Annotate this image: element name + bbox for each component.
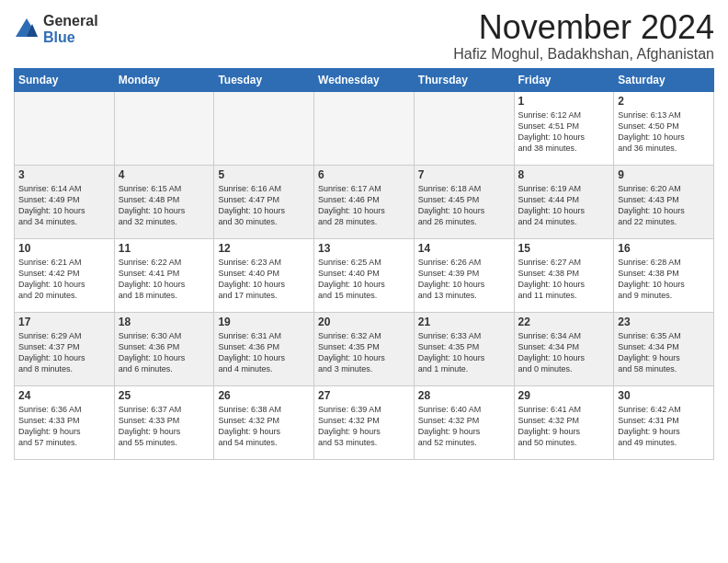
day-number: 28 bbox=[418, 389, 510, 402]
calendar-row-0: 1Sunrise: 6:12 AM Sunset: 4:51 PM Daylig… bbox=[15, 91, 714, 165]
calendar-table: Sunday Monday Tuesday Wednesday Thursday… bbox=[14, 68, 714, 460]
calendar-cell: 26Sunrise: 6:38 AM Sunset: 4:32 PM Dayli… bbox=[214, 385, 314, 459]
calendar-cell: 18Sunrise: 6:30 AM Sunset: 4:36 PM Dayli… bbox=[114, 312, 214, 385]
page: General Blue November 2024 Hafiz Moghul,… bbox=[0, 0, 728, 563]
day-info: Sunrise: 6:23 AM Sunset: 4:40 PM Dayligh… bbox=[218, 257, 310, 302]
day-number: 24 bbox=[18, 389, 110, 402]
day-info: Sunrise: 6:21 AM Sunset: 4:42 PM Dayligh… bbox=[18, 257, 110, 302]
day-number: 10 bbox=[18, 242, 110, 255]
day-info: Sunrise: 6:39 AM Sunset: 4:32 PM Dayligh… bbox=[318, 404, 410, 449]
day-info: Sunrise: 6:33 AM Sunset: 4:35 PM Dayligh… bbox=[418, 330, 510, 375]
calendar-cell: 11Sunrise: 6:22 AM Sunset: 4:41 PM Dayli… bbox=[114, 238, 214, 312]
header-friday: Friday bbox=[514, 68, 614, 91]
day-number: 3 bbox=[18, 168, 110, 181]
day-info: Sunrise: 6:12 AM Sunset: 4:51 PM Dayligh… bbox=[518, 109, 610, 155]
day-info: Sunrise: 6:15 AM Sunset: 4:48 PM Dayligh… bbox=[119, 183, 210, 228]
calendar-cell: 17Sunrise: 6:29 AM Sunset: 4:37 PM Dayli… bbox=[15, 312, 115, 385]
month-title: November 2024 bbox=[453, 9, 714, 46]
day-number: 12 bbox=[218, 242, 310, 255]
day-number: 29 bbox=[518, 389, 610, 402]
calendar-cell: 6Sunrise: 6:17 AM Sunset: 4:46 PM Daylig… bbox=[314, 165, 415, 238]
calendar-cell: 8Sunrise: 6:19 AM Sunset: 4:44 PM Daylig… bbox=[514, 165, 614, 238]
calendar-cell: 13Sunrise: 6:25 AM Sunset: 4:40 PM Dayli… bbox=[314, 238, 415, 312]
day-number: 9 bbox=[618, 168, 710, 181]
day-info: Sunrise: 6:18 AM Sunset: 4:45 PM Dayligh… bbox=[418, 183, 510, 228]
day-info: Sunrise: 6:41 AM Sunset: 4:32 PM Dayligh… bbox=[518, 404, 610, 449]
day-info: Sunrise: 6:17 AM Sunset: 4:46 PM Dayligh… bbox=[318, 183, 410, 228]
calendar-cell: 20Sunrise: 6:32 AM Sunset: 4:35 PM Dayli… bbox=[314, 312, 415, 385]
calendar-row-1: 3Sunrise: 6:14 AM Sunset: 4:49 PM Daylig… bbox=[15, 165, 714, 238]
day-number: 21 bbox=[418, 316, 510, 328]
calendar-cell: 22Sunrise: 6:34 AM Sunset: 4:34 PM Dayli… bbox=[514, 312, 614, 385]
day-info: Sunrise: 6:14 AM Sunset: 4:49 PM Dayligh… bbox=[18, 183, 110, 228]
header-monday: Monday bbox=[114, 68, 214, 91]
day-info: Sunrise: 6:37 AM Sunset: 4:33 PM Dayligh… bbox=[119, 404, 210, 449]
header-tuesday: Tuesday bbox=[214, 68, 314, 91]
day-number: 7 bbox=[418, 168, 510, 181]
day-number: 27 bbox=[318, 389, 410, 402]
calendar-cell: 9Sunrise: 6:20 AM Sunset: 4:43 PM Daylig… bbox=[614, 165, 714, 238]
logo-general-text: General bbox=[43, 13, 98, 29]
day-info: Sunrise: 6:40 AM Sunset: 4:32 PM Dayligh… bbox=[418, 404, 510, 449]
day-number: 17 bbox=[18, 316, 110, 328]
day-info: Sunrise: 6:13 AM Sunset: 4:50 PM Dayligh… bbox=[618, 109, 710, 155]
day-info: Sunrise: 6:26 AM Sunset: 4:39 PM Dayligh… bbox=[418, 257, 510, 302]
calendar-cell bbox=[214, 91, 314, 165]
location-text: Hafiz Moghul, Badakhshan, Afghanistan bbox=[453, 46, 714, 63]
calendar-cell: 2Sunrise: 6:13 AM Sunset: 4:50 PM Daylig… bbox=[614, 91, 714, 165]
day-info: Sunrise: 6:28 AM Sunset: 4:38 PM Dayligh… bbox=[618, 257, 710, 302]
day-info: Sunrise: 6:35 AM Sunset: 4:34 PM Dayligh… bbox=[618, 330, 710, 375]
calendar-cell: 30Sunrise: 6:42 AM Sunset: 4:31 PM Dayli… bbox=[614, 385, 714, 459]
logo: General Blue bbox=[14, 13, 98, 45]
calendar-cell bbox=[314, 91, 415, 165]
day-number: 26 bbox=[218, 389, 310, 402]
calendar-cell bbox=[15, 91, 115, 165]
day-info: Sunrise: 6:38 AM Sunset: 4:32 PM Dayligh… bbox=[218, 404, 310, 449]
header: General Blue November 2024 Hafiz Moghul,… bbox=[14, 9, 714, 63]
calendar-cell: 7Sunrise: 6:18 AM Sunset: 4:45 PM Daylig… bbox=[414, 165, 514, 238]
calendar-row-4: 24Sunrise: 6:36 AM Sunset: 4:33 PM Dayli… bbox=[15, 385, 714, 459]
day-number: 8 bbox=[518, 168, 610, 181]
day-info: Sunrise: 6:32 AM Sunset: 4:35 PM Dayligh… bbox=[318, 330, 410, 375]
calendar-cell bbox=[114, 91, 214, 165]
calendar-cell: 1Sunrise: 6:12 AM Sunset: 4:51 PM Daylig… bbox=[514, 91, 614, 165]
day-number: 6 bbox=[318, 168, 410, 181]
day-number: 11 bbox=[119, 242, 210, 255]
logo-blue-text: Blue bbox=[43, 29, 98, 46]
calendar-cell: 15Sunrise: 6:27 AM Sunset: 4:38 PM Dayli… bbox=[514, 238, 614, 312]
calendar-cell: 27Sunrise: 6:39 AM Sunset: 4:32 PM Dayli… bbox=[314, 385, 415, 459]
header-wednesday: Wednesday bbox=[314, 68, 415, 91]
day-info: Sunrise: 6:42 AM Sunset: 4:31 PM Dayligh… bbox=[618, 404, 710, 449]
day-number: 15 bbox=[518, 242, 610, 255]
day-number: 20 bbox=[318, 316, 410, 328]
day-number: 30 bbox=[618, 389, 710, 402]
day-number: 16 bbox=[618, 242, 710, 255]
day-info: Sunrise: 6:16 AM Sunset: 4:47 PM Dayligh… bbox=[218, 183, 310, 228]
calendar-cell: 5Sunrise: 6:16 AM Sunset: 4:47 PM Daylig… bbox=[214, 165, 314, 238]
calendar-cell: 28Sunrise: 6:40 AM Sunset: 4:32 PM Dayli… bbox=[414, 385, 514, 459]
day-number: 23 bbox=[618, 316, 710, 328]
day-info: Sunrise: 6:20 AM Sunset: 4:43 PM Dayligh… bbox=[618, 183, 710, 228]
header-saturday: Saturday bbox=[614, 68, 714, 91]
calendar-cell: 4Sunrise: 6:15 AM Sunset: 4:48 PM Daylig… bbox=[114, 165, 214, 238]
day-info: Sunrise: 6:30 AM Sunset: 4:36 PM Dayligh… bbox=[119, 330, 210, 375]
header-sunday: Sunday bbox=[15, 68, 115, 91]
calendar-cell: 10Sunrise: 6:21 AM Sunset: 4:42 PM Dayli… bbox=[15, 238, 115, 312]
day-info: Sunrise: 6:25 AM Sunset: 4:40 PM Dayligh… bbox=[318, 257, 410, 302]
calendar-cell: 12Sunrise: 6:23 AM Sunset: 4:40 PM Dayli… bbox=[214, 238, 314, 312]
calendar-cell: 14Sunrise: 6:26 AM Sunset: 4:39 PM Dayli… bbox=[414, 238, 514, 312]
day-info: Sunrise: 6:31 AM Sunset: 4:36 PM Dayligh… bbox=[218, 330, 310, 375]
calendar-row-2: 10Sunrise: 6:21 AM Sunset: 4:42 PM Dayli… bbox=[15, 238, 714, 312]
calendar-header-row: Sunday Monday Tuesday Wednesday Thursday… bbox=[15, 68, 714, 91]
day-number: 4 bbox=[119, 168, 210, 181]
day-info: Sunrise: 6:22 AM Sunset: 4:41 PM Dayligh… bbox=[119, 257, 210, 302]
title-block: November 2024 Hafiz Moghul, Badakhshan, … bbox=[453, 9, 714, 63]
day-number: 19 bbox=[218, 316, 310, 328]
calendar-cell: 3Sunrise: 6:14 AM Sunset: 4:49 PM Daylig… bbox=[15, 165, 115, 238]
day-info: Sunrise: 6:34 AM Sunset: 4:34 PM Dayligh… bbox=[518, 330, 610, 375]
day-number: 1 bbox=[518, 95, 610, 108]
calendar-cell: 19Sunrise: 6:31 AM Sunset: 4:36 PM Dayli… bbox=[214, 312, 314, 385]
day-info: Sunrise: 6:36 AM Sunset: 4:33 PM Dayligh… bbox=[18, 404, 110, 449]
day-info: Sunrise: 6:19 AM Sunset: 4:44 PM Dayligh… bbox=[518, 183, 610, 228]
calendar-cell: 23Sunrise: 6:35 AM Sunset: 4:34 PM Dayli… bbox=[614, 312, 714, 385]
